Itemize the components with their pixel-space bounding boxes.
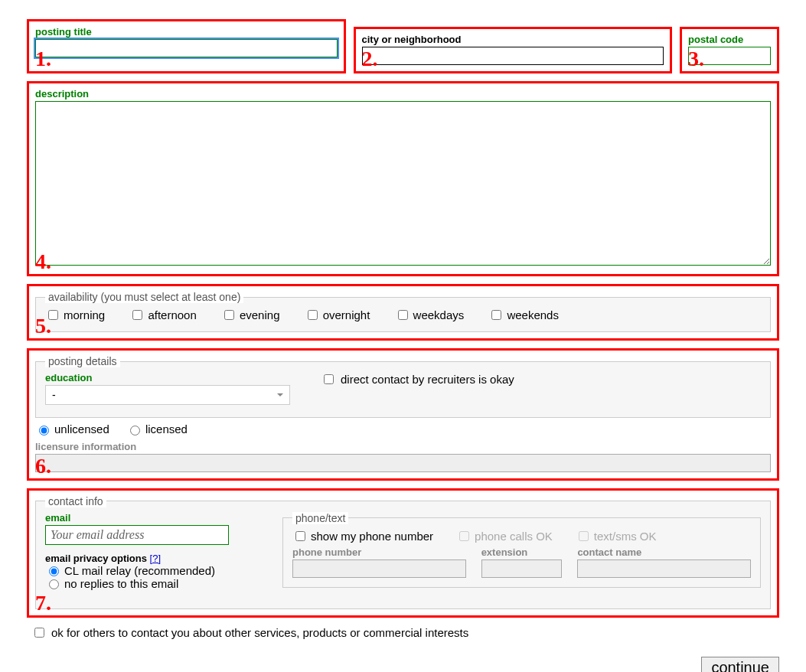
- availability-option-evening[interactable]: evening: [221, 308, 280, 322]
- city-label: city or neighborhood: [362, 34, 664, 45]
- afternoon-checkbox[interactable]: [132, 310, 142, 320]
- phone-fields-row: phone number extension contact name: [292, 546, 751, 578]
- posting-details-row: education - direct contact by recruiters…: [45, 372, 761, 405]
- contact-name-input: [577, 559, 751, 578]
- phone-legend: phone/text: [292, 512, 348, 524]
- city-input[interactable]: [362, 47, 664, 65]
- phone-number-input: [292, 559, 466, 578]
- phone-column: phone/text show my phone number phone ca…: [282, 512, 761, 588]
- text-ok-checkbox: [579, 531, 589, 541]
- availability-fieldset: availability (you must select at least o…: [35, 291, 771, 332]
- calls-ok-checkbox: [459, 531, 469, 541]
- unlicensed-option[interactable]: unlicensed: [35, 422, 109, 435]
- continue-button[interactable]: continue: [701, 657, 779, 673]
- availability-legend: availability (you must select at least o…: [45, 291, 243, 303]
- privacy-help-link[interactable]: [?]: [150, 553, 161, 564]
- evening-checkbox[interactable]: [224, 310, 234, 320]
- weekdays-checkbox[interactable]: [398, 310, 408, 320]
- email-privacy-heading: email privacy options [?]: [45, 553, 259, 564]
- availability-option-morning[interactable]: morning: [45, 308, 105, 322]
- availability-option-overnight[interactable]: overnight: [305, 308, 370, 322]
- no-replies-option[interactable]: no replies to this email: [45, 577, 259, 590]
- top-fields-row: posting title 1. city or neighborhood 2.…: [27, 19, 779, 73]
- availability-option-weekdays[interactable]: weekdays: [395, 308, 465, 322]
- description-box: description 4.: [27, 81, 779, 276]
- postal-label: postal code: [688, 34, 771, 45]
- show-phone-checkbox[interactable]: [295, 531, 305, 541]
- phone-fieldset: phone/text show my phone number phone ca…: [282, 512, 761, 588]
- education-select[interactable]: -: [45, 385, 290, 405]
- availability-option-afternoon[interactable]: afternoon: [129, 308, 196, 322]
- recruiters-ok-option[interactable]: direct contact by recruiters is okay: [321, 372, 514, 387]
- availability-option-weekends[interactable]: weekends: [488, 308, 559, 322]
- posting-details-legend: posting details: [45, 355, 120, 367]
- availability-options: morning afternoon evening overnight week…: [45, 308, 761, 322]
- licensed-option[interactable]: licensed: [126, 422, 188, 435]
- description-textarea[interactable]: [35, 101, 771, 266]
- chevron-down-icon: [277, 393, 283, 396]
- education-selected-value: -: [52, 389, 56, 401]
- privacy-options: CL mail relay (recommended) no replies t…: [45, 564, 259, 590]
- posting-title-input[interactable]: [35, 39, 338, 57]
- email-input[interactable]: [45, 525, 229, 545]
- contact-columns: email email privacy options [?] CL mail …: [45, 512, 761, 590]
- postal-box: postal code 3.: [680, 27, 779, 73]
- continue-row: continue: [27, 657, 779, 673]
- no-replies-radio[interactable]: [49, 579, 59, 589]
- extension-label: extension: [481, 546, 563, 558]
- licensure-block: licensure information: [35, 441, 771, 472]
- posting-details-fieldset: posting details education - direct conta…: [35, 355, 771, 418]
- education-block: education -: [45, 372, 290, 405]
- calls-ok-option: phone calls OK: [456, 529, 553, 543]
- ok-others-checkbox[interactable]: [34, 628, 44, 638]
- text-ok-option: text/sms OK: [576, 529, 657, 543]
- email-label: email: [45, 512, 259, 524]
- contact-name-label: contact name: [577, 546, 751, 558]
- recruiters-ok-checkbox[interactable]: [324, 374, 334, 384]
- morning-checkbox[interactable]: [48, 310, 58, 320]
- licensure-label: licensure information: [35, 441, 771, 452]
- phone-check-row: show my phone number phone calls OK text…: [292, 529, 751, 543]
- unlicensed-radio[interactable]: [39, 426, 49, 435]
- description-label: description: [35, 88, 771, 99]
- mail-relay-option[interactable]: CL mail relay (recommended): [45, 564, 259, 577]
- overnight-checkbox[interactable]: [308, 310, 318, 320]
- education-label: education: [45, 372, 290, 383]
- licensure-input: [35, 454, 771, 472]
- postal-input[interactable]: [688, 47, 771, 65]
- show-phone-option[interactable]: show my phone number: [292, 529, 433, 543]
- availability-box: availability (you must select at least o…: [27, 284, 779, 341]
- posting-title-box: posting title 1.: [27, 19, 346, 73]
- city-box: city or neighborhood 2.: [354, 27, 673, 73]
- email-column: email email privacy options [?] CL mail …: [45, 512, 259, 590]
- contact-legend: contact info: [45, 495, 106, 507]
- mail-relay-radio[interactable]: [49, 566, 59, 576]
- licensed-radio[interactable]: [130, 426, 140, 435]
- extension-input: [481, 559, 563, 578]
- contact-fieldset: contact info email email privacy options…: [35, 495, 771, 609]
- license-row: unlicensed licensed: [35, 422, 771, 438]
- posting-title-label: posting title: [35, 26, 338, 38]
- posting-details-box: posting details education - direct conta…: [27, 348, 779, 481]
- phone-number-label: phone number: [292, 546, 466, 558]
- weekends-checkbox[interactable]: [491, 310, 501, 320]
- contact-box: contact info email email privacy options…: [27, 488, 779, 618]
- ok-others-option[interactable]: ok for others to contact you about other…: [27, 625, 779, 640]
